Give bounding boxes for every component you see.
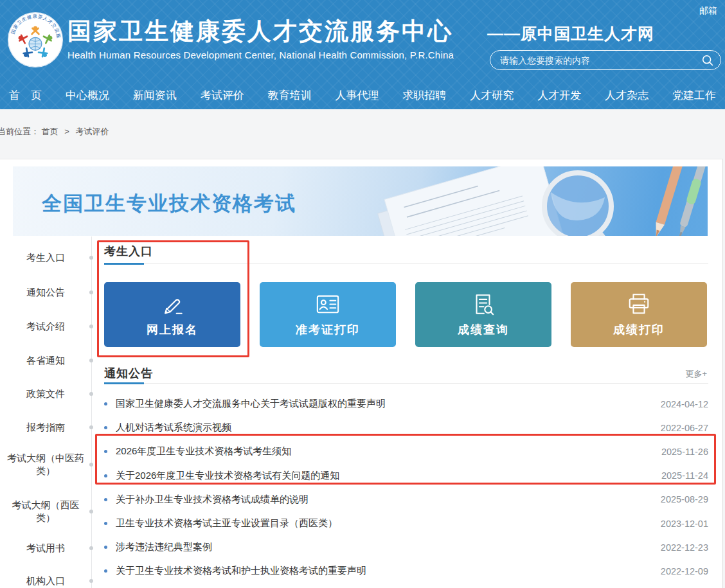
score-query-label: 成绩查询	[458, 322, 509, 337]
score-print-label: 成绩打印	[613, 322, 665, 337]
former-site-name: ——原中国卫生人才网	[487, 23, 654, 44]
search-box	[490, 50, 721, 70]
sidebar-marker-dot	[89, 510, 93, 513]
online-registration-label: 网上报名	[147, 322, 198, 337]
bullet-icon	[104, 546, 107, 549]
sidebar-marker-dot	[89, 546, 93, 550]
nav-item-talent-development[interactable]: 人才开发	[537, 88, 581, 103]
sidebar-divider	[91, 236, 92, 588]
breadcrumb-separator: >	[64, 127, 69, 136]
sidebar-item-exam-intro[interactable]: 考试介绍	[5, 320, 86, 333]
search-icon[interactable]	[701, 54, 714, 67]
nav-item-center-overview[interactable]: 中心概况	[66, 88, 109, 103]
site-subtitle: Health Human Resources Development Cente…	[67, 49, 454, 60]
document-search-icon	[471, 292, 496, 316]
sidebar-item-application-guide[interactable]: 报考指南	[5, 421, 86, 434]
breadcrumb-home-link[interactable]: 首页	[42, 127, 58, 136]
mailbox-link[interactable]: 邮箱	[699, 5, 717, 17]
notice-title: 涉考违法违纪典型案例	[116, 541, 648, 553]
nav-item-hr-agency[interactable]: 人事代理	[335, 88, 379, 103]
notice-row[interactable]: 国家卫生健康委人才交流服务中心关于考试试题版权的重要声明 2024-04-12	[104, 392, 708, 416]
notice-date: 2024-04-12	[661, 399, 708, 409]
breadcrumb-current: 考试评价	[75, 127, 109, 136]
bullet-icon	[104, 426, 107, 429]
nav-item-home[interactable]: 首 页	[9, 88, 42, 103]
exam-banner: 全国卫生专业技术资格考试	[13, 166, 708, 236]
sidebar-marker-dot	[89, 290, 93, 294]
banner-title: 全国卫生专业技术资格考试	[42, 190, 296, 217]
notice-list: 国家卫生健康委人才交流服务中心关于考试试题版权的重要声明 2024-04-12 …	[104, 392, 708, 584]
notice-date: 2025-08-29	[661, 494, 708, 504]
notice-row[interactable]: 关于卫生专业技术资格考试和护士执业资格考试的重要声明 2022-12-09	[104, 559, 708, 583]
notice-row[interactable]: 关于补办卫生专业技术资格考试成绩单的说明 2025-08-29	[104, 488, 708, 512]
notice-title: 关于卫生专业技术资格考试和护士执业资格考试的重要声明	[116, 565, 648, 577]
sidebar-item-notices[interactable]: 通知公告	[5, 286, 86, 299]
entry-section-rule-accent	[104, 263, 144, 265]
sidebar-marker-dot	[89, 392, 93, 396]
breadcrumb-label: 当前位置：	[0, 127, 39, 136]
center-logo-icon: 国家卫生健康委人才交流服务中心	[6, 11, 64, 69]
notice-date: 2022-12-23	[661, 542, 708, 553]
sidebar-item-syllabus-tcm[interactable]: 考试大纲（中医药类）	[5, 452, 86, 477]
bullet-icon	[104, 569, 107, 573]
sidebar-item-examinee-entry[interactable]: 考生入口	[5, 251, 86, 264]
notice-title: 2026年度卫生专业技术资格考试考生须知	[116, 445, 649, 458]
pencil-icon	[160, 292, 184, 316]
notice-row[interactable]: 关于2026年度卫生专业技术资格考试有关问题的通知 2025-11-24	[104, 464, 708, 488]
notice-date: 2025-11-26	[661, 447, 708, 457]
online-registration-button[interactable]: 网上报名	[104, 282, 240, 347]
entry-section-title: 考生入口	[104, 244, 153, 259]
breadcrumb: 当前位置： 首页 > 考试评价	[0, 126, 109, 138]
sidebar-item-policy-documents[interactable]: 政策文件	[5, 388, 86, 400]
banner-illustration	[373, 166, 708, 236]
nav-item-exam-evaluation[interactable]: 考试评价	[201, 88, 244, 103]
bullet-icon	[104, 522, 107, 525]
more-link[interactable]: 更多+	[685, 368, 707, 380]
notice-date: 2022-06-27	[661, 423, 708, 433]
search-input[interactable]	[500, 55, 701, 66]
notice-date: 2023-12-01	[661, 519, 708, 529]
nav-item-talent-magazine[interactable]: 人才杂志	[605, 88, 649, 103]
sidebar-marker-dot	[89, 325, 93, 328]
score-query-button[interactable]: 成绩查询	[415, 282, 551, 347]
notice-title: 卫生专业技术资格考试主亚专业设置目录（西医类）	[116, 517, 648, 530]
site-header: 邮箱 国家卫生健康委人才交流服务中心 国家卫生健康委人才交流服务中心 Healt…	[0, 0, 725, 109]
sidebar-marker-dot	[89, 359, 93, 362]
notice-date: 2025-11-24	[661, 470, 708, 481]
sidebar-marker-dot	[89, 463, 93, 467]
notice-row[interactable]: 2026年度卫生专业技术资格考试考生须知 2025-11-26	[104, 440, 708, 463]
id-card-icon	[316, 292, 340, 316]
sidebar-marker-dot	[89, 256, 93, 260]
notice-section-title: 通知公告	[104, 366, 153, 381]
bullet-icon	[104, 450, 107, 453]
notice-title: 关于补办卫生专业技术资格考试成绩单的说明	[116, 494, 648, 506]
content-card: 全国卫生专业技术资格考试 考生入口 通知公告 考试介绍 各省通知 政策文件 报考…	[0, 159, 723, 588]
notice-title: 关于2026年度卫生专业技术资格考试有关问题的通知	[116, 470, 649, 482]
sidebar-marker-dot	[89, 579, 93, 583]
notice-row[interactable]: 卫生专业技术资格考试主亚专业设置目录（西医类） 2023-12-01	[104, 512, 708, 535]
main-nav: 首 页 中心概况 新闻资讯 考试评价 教育培训 人事代理 求职招聘 人才研究 人…	[0, 81, 725, 109]
nav-item-news[interactable]: 新闻资讯	[133, 88, 177, 103]
site-title: 国家卫生健康委人才交流服务中心	[67, 17, 454, 46]
admission-ticket-print-label: 准考证打印	[296, 322, 360, 337]
admission-ticket-print-button[interactable]: 准考证打印	[260, 282, 396, 347]
nav-item-job-recruiting[interactable]: 求职招聘	[402, 88, 446, 103]
notice-row[interactable]: 涉考违法违纪典型案例 2022-12-23	[104, 535, 708, 559]
entry-buttons-row: 网上报名 准考证打印 成绩查询	[104, 282, 709, 347]
nav-item-party-building[interactable]: 党建工作	[672, 88, 716, 103]
nav-item-talent-research[interactable]: 人才研究	[470, 88, 514, 103]
entry-section-rule	[104, 263, 708, 264]
sidebar-item-provincial-notices[interactable]: 各省通知	[5, 354, 86, 367]
notice-row[interactable]: 人机对话考试系统演示视频 2022-06-27	[104, 416, 708, 440]
bullet-icon	[104, 402, 107, 405]
sidebar-item-exam-books[interactable]: 考试用书	[5, 542, 86, 555]
page: 邮箱 国家卫生健康委人才交流服务中心 国家卫生健康委人才交流服务中心 Healt…	[0, 0, 725, 588]
notice-title: 人机对话考试系统演示视频	[116, 422, 648, 434]
score-print-button[interactable]: 成绩打印	[571, 282, 707, 347]
sidebar-item-institution-entry[interactable]: 机构入口	[5, 575, 86, 587]
nav-item-education-training[interactable]: 教育培训	[268, 88, 312, 103]
notice-date: 2022-12-09	[661, 566, 708, 576]
notice-title: 国家卫生健康委人才交流服务中心关于考试试题版权的重要声明	[116, 398, 648, 410]
sidebar-item-syllabus-western[interactable]: 考试大纲（西医类）	[5, 499, 86, 524]
sidebar-marker-dot	[89, 425, 93, 429]
